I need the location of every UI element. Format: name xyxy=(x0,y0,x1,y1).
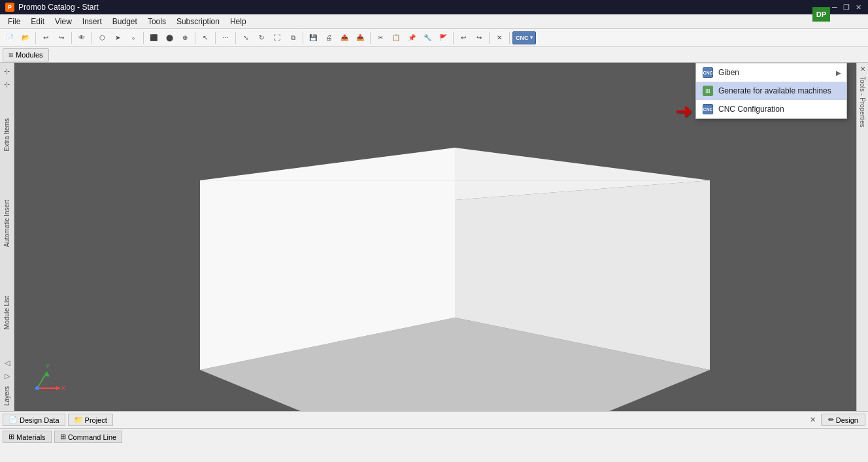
sidebar-item-automatic-insert[interactable]: Automatic Insert xyxy=(2,197,12,250)
window-controls[interactable]: ─ ❐ ✕ xyxy=(830,3,863,12)
right-sidebar-label: Tools - Properties xyxy=(859,76,866,127)
menu-help[interactable]: Help xyxy=(225,16,252,27)
redo-btn[interactable]: ↪ xyxy=(54,31,69,45)
sidebar-item-module-list[interactable]: Module List xyxy=(2,293,12,332)
menu-tools[interactable]: Tools xyxy=(142,16,171,27)
sep7 xyxy=(235,32,236,44)
delete-btn[interactable]: ✕ xyxy=(492,31,507,45)
wrench-btn[interactable]: 🔧 xyxy=(420,31,435,45)
design-data-label: Design Data xyxy=(20,416,59,424)
cnc-config-label: CNC Configuration xyxy=(718,105,784,114)
view2-btn[interactable]: ⧉ xyxy=(286,31,300,45)
view-btn[interactable]: 👁 xyxy=(75,31,89,45)
redo2-btn[interactable]: ↪ xyxy=(472,31,486,45)
modules-bar: ⊞ Modules xyxy=(0,47,868,63)
cursor-btn[interactable]: ↖ xyxy=(198,31,212,45)
sep3 xyxy=(92,32,92,44)
cut-btn[interactable]: ✂ xyxy=(373,31,388,45)
svg-point-13 xyxy=(35,386,39,390)
dropdown-item-generate[interactable]: ⊞ Generate for available machines xyxy=(696,82,846,100)
layers-collapse-btn[interactable]: ◁ xyxy=(1,357,13,369)
close-button[interactable]: ✕ xyxy=(854,3,863,12)
menu-bar: File Edit View Insert Budget Tools Subsc… xyxy=(0,14,868,29)
layers-expand-btn[interactable]: ▷ xyxy=(1,371,13,382)
generate-icon: ⊞ xyxy=(703,86,713,96)
sep1 xyxy=(35,32,36,44)
tools-btn1[interactable]: ⬡ xyxy=(95,31,109,45)
right-sidebar-close[interactable]: ✕ xyxy=(860,65,865,73)
app-icon: P xyxy=(5,3,14,12)
design-tab[interactable]: ✏ Design xyxy=(821,414,865,426)
new-button[interactable]: 📄 xyxy=(3,31,17,45)
rotate-btn[interactable]: ↻ xyxy=(254,31,269,45)
sep6 xyxy=(215,32,216,44)
tools-btn6[interactable]: ⊕ xyxy=(178,31,192,45)
title-bar: P Promob Catalog - Start DP ─ ❐ ✕ xyxy=(0,0,868,14)
bottom-tabs-bar: 📄 Design Data 📁 Project ✕ ✏ Design xyxy=(0,411,868,428)
move-btn[interactable]: ⤡ xyxy=(239,31,253,45)
tools-btn5[interactable]: ⬤ xyxy=(162,31,176,45)
svg-marker-8 xyxy=(56,386,60,390)
command-line-tab[interactable]: ⊞ Command Line xyxy=(54,431,123,443)
print-btn[interactable]: 🖨 xyxy=(322,31,336,45)
scale-btn[interactable]: ⛶ xyxy=(270,31,284,45)
sep11 xyxy=(489,32,490,44)
app-title: Promob Catalog - Start xyxy=(18,3,99,12)
open-button[interactable]: 📂 xyxy=(18,31,33,45)
giben-icon: CNC xyxy=(703,67,713,78)
tools-btn2[interactable]: ➤ xyxy=(110,31,125,45)
svg-text:X: X xyxy=(61,385,65,391)
right-sidebar: ✕ Tools - Properties xyxy=(856,63,868,411)
sep9 xyxy=(370,32,371,44)
sidebar-item-layers[interactable]: Layers xyxy=(2,384,12,408)
toolbar: 📄 📂 ↩ ↪ 👁 ⬡ ➤ ⬦ ⬛ ⬤ ⊕ ↖ ⋯ ⤡ ↻ ⛶ ⧉ 💾 🖨 📤 … xyxy=(0,29,868,47)
main-area: ⊹ ⊹ Extra Items Automatic Insert Module … xyxy=(0,63,868,411)
grid-btn[interactable]: ⋯ xyxy=(218,31,233,45)
command-line-icon: ⊞ xyxy=(60,433,66,441)
modules-label: Modules xyxy=(16,51,43,59)
sidebar-item-extra-items[interactable]: Extra Items xyxy=(2,116,12,154)
giben-label: Giben xyxy=(718,68,739,77)
paste-btn[interactable]: 📌 xyxy=(405,31,419,45)
save-btn[interactable]: 💾 xyxy=(306,31,320,45)
tools-btn4[interactable]: ⬛ xyxy=(146,31,161,45)
import-btn[interactable]: 📥 xyxy=(353,31,367,45)
project-tab[interactable]: 📁 Project xyxy=(68,414,113,426)
menu-budget[interactable]: Budget xyxy=(107,16,142,27)
sep2 xyxy=(71,32,72,44)
project-label: Project xyxy=(85,416,107,424)
tools-btn3[interactable]: ⬦ xyxy=(126,31,141,45)
giben-arrow: ▶ xyxy=(836,69,841,76)
cnc-dropdown-menu: CNC Giben ▶ ⊞ Generate for available mac… xyxy=(695,63,847,119)
copy-btn[interactable]: 📋 xyxy=(389,31,403,45)
dp-badge: DP xyxy=(812,7,830,22)
dropdown-item-cnc-config[interactable]: CNC CNC Configuration xyxy=(696,100,846,118)
materials-label: Materials xyxy=(16,433,46,441)
axis-indicator: X Y xyxy=(27,359,67,398)
menu-view[interactable]: View xyxy=(50,16,77,27)
menu-subscription[interactable]: Subscription xyxy=(171,16,225,27)
svg-line-10 xyxy=(37,372,47,388)
cnc-dropdown-button[interactable]: CNC ▾ xyxy=(512,31,536,44)
sidebar-tool-2[interactable]: ⊹ xyxy=(1,78,13,90)
menu-edit[interactable]: Edit xyxy=(25,16,50,27)
dropdown-item-giben[interactable]: CNC Giben ▶ xyxy=(696,63,846,82)
minimize-button[interactable]: ─ xyxy=(830,3,839,12)
modules-tab[interactable]: ⊞ Modules xyxy=(3,48,49,61)
project-icon: 📁 xyxy=(74,416,83,424)
export-btn[interactable]: 📤 xyxy=(337,31,352,45)
undo2-btn[interactable]: ↩ xyxy=(456,31,471,45)
sep10 xyxy=(453,32,454,44)
svg-text:Y: Y xyxy=(46,363,50,369)
menu-insert[interactable]: Insert xyxy=(77,16,107,27)
maximize-button[interactable]: ❐ xyxy=(842,3,851,12)
design-data-tab[interactable]: 📄 Design Data xyxy=(3,414,65,426)
materials-tab[interactable]: ⊞ Materials xyxy=(3,431,52,443)
materials-icon: ⊞ xyxy=(8,433,14,441)
flag-btn[interactable]: 🚩 xyxy=(436,31,450,45)
menu-file[interactable]: File xyxy=(3,16,25,27)
undo-btn[interactable]: ↩ xyxy=(39,31,53,45)
close-bottom-icon[interactable]: ✕ xyxy=(810,416,816,424)
sidebar-tool-1[interactable]: ⊹ xyxy=(1,65,13,77)
design-icon: ✏ xyxy=(828,416,834,424)
